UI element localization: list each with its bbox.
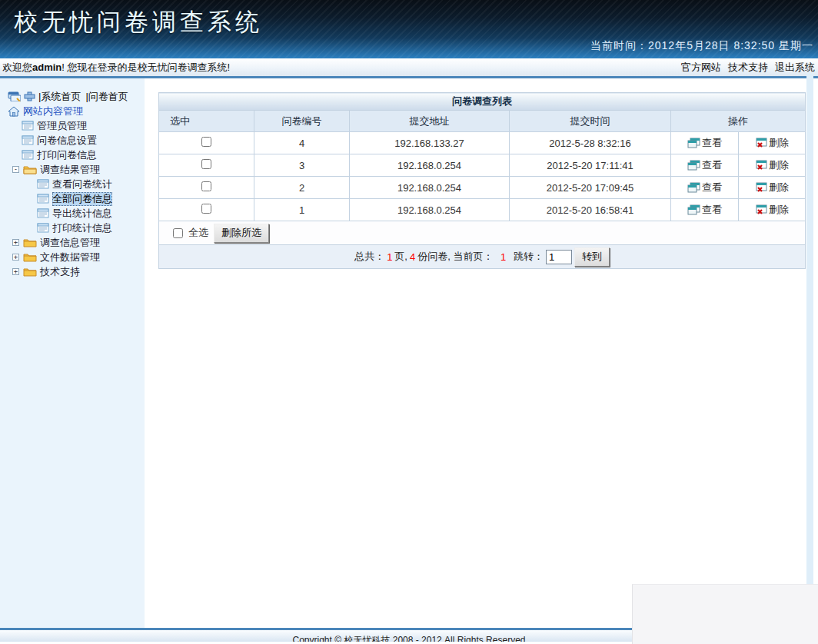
expand-icon[interactable]: + <box>12 268 19 275</box>
delete-button[interactable]: 删除 <box>755 203 789 217</box>
pagination-row: 总共：1页, 4份问卷, 当前页： 1 跳转： 转到 <box>159 245 806 269</box>
welcome-bar: 欢迎您admin! 您现在登录的是校无忧问卷调查系统! 官方网站 技术支持 退出… <box>0 58 818 78</box>
delete-label: 删除 <box>769 136 789 150</box>
expand-icon[interactable]: + <box>12 254 19 261</box>
pagination-pages-suffix: 页, <box>394 250 407 264</box>
select-all-checkbox[interactable] <box>173 228 183 238</box>
tech-support-link[interactable]: 技术支持 <box>728 61 768 75</box>
row-checkbox[interactable] <box>201 181 211 191</box>
row-checkbox[interactable] <box>201 159 211 169</box>
sidebar-item-view-stats[interactable]: 查看问卷统计 <box>52 178 112 191</box>
view-window-icon <box>687 160 700 171</box>
sidebar-item-site-content[interactable]: 网站内容管理 <box>23 105 83 118</box>
pagination: 总共：1页, 4份问卷, 当前页： 1 跳转： 转到 <box>354 247 610 267</box>
sidebar-item-all-surveys-selected[interactable]: 全部问卷信息 <box>52 192 112 206</box>
delete-label: 删除 <box>769 158 789 172</box>
view-label: 查看 <box>702 181 722 194</box>
view-label: 查看 <box>702 136 722 150</box>
sidebar-root: 网站内容管理 <box>0 104 145 118</box>
nav-tree: |系统首页 |问卷首页 网站内容管理 管理员管理 <box>0 89 145 279</box>
submit-time: 2012-5-28 8:32:16 <box>510 132 671 154</box>
sidebar-item-print-stats[interactable]: 打印统计信息 <box>52 221 112 235</box>
app-title: 校无忧问卷调查系统 <box>14 6 263 38</box>
delete-button[interactable]: 删除 <box>755 181 789 194</box>
sidebar-item-row: 查看问卷统计 <box>0 177 145 191</box>
overlay-panel <box>632 584 818 644</box>
view-button[interactable]: 查看 <box>687 136 722 150</box>
sidebar-item-survey-home[interactable]: |问卷首页 <box>85 90 128 104</box>
table-row: 1 192.168.0.254 2012-5-20 16:58:41 查看 删除 <box>159 199 806 221</box>
username: admin <box>32 61 62 73</box>
sidebar-item-info-mgmt[interactable]: 调查信息管理 <box>40 236 100 250</box>
submit-time: 2012-5-20 17:11:41 <box>510 154 671 177</box>
table-row: 2 192.168.0.254 2012-5-20 17:09:45 查看 删除 <box>159 177 806 199</box>
document-icon <box>37 223 49 233</box>
survey-number: 1 <box>254 199 350 221</box>
delete-button[interactable]: 删除 <box>755 136 789 150</box>
sidebar-item-export-stats[interactable]: 导出统计信息 <box>52 207 112 221</box>
stacked-windows-icon <box>8 91 21 101</box>
sidebar-home-row: |系统首页 |问卷首页 <box>0 89 145 104</box>
survey-table: 问卷调查列表 选中 问卷编号 提交地址 提交时间 操作 4 192.168.13… <box>158 92 806 269</box>
submit-time: 2012-5-20 16:58:41 <box>510 199 671 221</box>
sidebar-item-tech-support[interactable]: 技术支持 <box>40 265 80 279</box>
table-title: 问卷调查列表 <box>159 93 806 111</box>
document-icon <box>37 194 49 204</box>
delete-selected-button[interactable]: 删除所选 <box>214 224 269 243</box>
sidebar-item-row: 导出统计信息 <box>0 206 145 221</box>
copyright-text: Copyright © 校无忧科技 2008 - 2012 All Rights… <box>293 635 526 642</box>
view-button[interactable]: 查看 <box>687 158 722 172</box>
delete-label: 删除 <box>769 181 789 194</box>
sidebar-item-admin-mgmt[interactable]: 管理员管理 <box>37 119 87 133</box>
sidebar-item-system-home[interactable]: |系统首页 <box>38 90 81 104</box>
current-time-value: 2012年5月28日 8:32:50 星期一 <box>648 39 813 51</box>
sidebar-folder-row: + 调查信息管理 <box>0 235 145 250</box>
delete-window-icon <box>755 138 767 148</box>
document-icon <box>37 179 49 189</box>
view-label: 查看 <box>702 203 722 217</box>
sidebar-item-result-mgmt[interactable]: 调查结果管理 <box>40 163 100 177</box>
pagination-page-count: 1 <box>387 251 392 263</box>
go-button[interactable]: 转到 <box>574 247 610 267</box>
expand-icon[interactable]: + <box>12 239 19 246</box>
folder-icon <box>23 252 37 262</box>
home-icon <box>8 106 20 117</box>
official-site-link[interactable]: 官方网站 <box>681 61 721 75</box>
top-banner: 校无忧问卷调查系统 当前时间：2012年5月28日 8:32:50 星期一 <box>0 0 818 58</box>
survey-number: 3 <box>254 154 350 177</box>
delete-window-icon <box>755 182 767 193</box>
collapse-icon[interactable]: - <box>12 166 19 173</box>
welcome-prefix: 欢迎您 <box>2 61 32 73</box>
view-window-icon <box>687 204 700 215</box>
sidebar-item-print-survey[interactable]: 打印问卷信息 <box>37 148 97 162</box>
column-header-selected: 选中 <box>159 111 254 132</box>
delete-button[interactable]: 删除 <box>755 158 789 172</box>
sidebar-item-file-mgmt[interactable]: 文件数据管理 <box>40 251 100 264</box>
view-button[interactable]: 查看 <box>687 203 722 217</box>
page: 校无忧问卷调查系统 当前时间：2012年5月28日 8:32:50 星期一 欢迎… <box>0 0 818 644</box>
table-header-row: 选中 问卷编号 提交地址 提交时间 操作 <box>159 111 806 132</box>
select-all-row: 全选 删除所选 <box>159 221 806 245</box>
content-area: |系统首页 |问卷首页 网站内容管理 管理员管理 <box>0 78 818 628</box>
folder-icon <box>23 267 37 277</box>
delete-window-icon <box>755 204 767 215</box>
submit-ip: 192.168.133.27 <box>350 132 510 154</box>
jump-page-input[interactable] <box>546 250 572 264</box>
delete-window-icon <box>755 160 767 171</box>
pagination-count-suffix: 份问卷, 当前页： <box>417 250 493 264</box>
view-button[interactable]: 查看 <box>687 181 722 194</box>
sidebar-item-row: 全部问卷信息 <box>0 191 145 206</box>
logout-link[interactable]: 退出系统 <box>775 61 815 75</box>
current-time-label: 当前时间： <box>590 39 648 51</box>
sidebar-folder-row: + 文件数据管理 <box>0 250 145 264</box>
submit-ip: 192.168.0.254 <box>350 199 510 221</box>
header-links: 官方网站 技术支持 退出系统 <box>681 61 815 75</box>
scrollbar-track[interactable] <box>806 73 813 584</box>
row-checkbox[interactable] <box>201 137 211 147</box>
select-all-label: 全选 <box>188 226 208 240</box>
document-icon <box>22 150 34 160</box>
folder-icon <box>23 237 37 247</box>
row-checkbox[interactable] <box>201 204 211 214</box>
column-header-number: 问卷编号 <box>254 111 350 132</box>
sidebar-item-survey-settings[interactable]: 问卷信息设置 <box>37 134 97 148</box>
